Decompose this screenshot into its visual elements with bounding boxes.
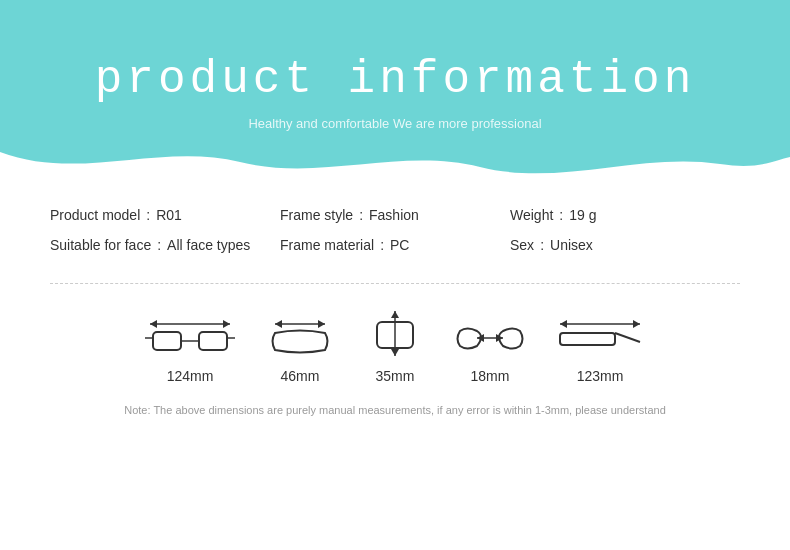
dim-icon-lens-width (265, 308, 335, 358)
dim-label-temple: 123mm (577, 368, 624, 384)
dimensions-section: 124mm 46mm 35mm (0, 298, 790, 394)
wave-decoration (0, 142, 790, 185)
svg-marker-2 (223, 320, 230, 328)
dim-icon-bridge (455, 308, 525, 358)
dim-bridge: 18mm (455, 308, 525, 384)
svg-rect-3 (153, 332, 181, 350)
dim-icon-temple (555, 308, 645, 358)
dim-icon-total-width (145, 308, 235, 358)
svg-marker-20 (633, 320, 640, 328)
spec-frame-style: Frame style : Fashion (280, 207, 510, 223)
dim-label-total-width: 124mm (167, 368, 214, 384)
svg-line-22 (615, 333, 640, 342)
specs-row-1: Product model : R01 Frame style : Fashio… (50, 207, 740, 223)
spec-label-product-model: Product model (50, 207, 140, 223)
svg-marker-10 (318, 320, 325, 328)
spec-label-weight: Weight (510, 207, 553, 223)
dim-label-lens-width: 46mm (281, 368, 320, 384)
spec-value-sex: Unisex (550, 237, 593, 253)
spec-product-model: Product model : R01 (50, 207, 280, 223)
header-subtitle: Healthy and comfortable We are more prof… (248, 116, 541, 131)
spec-label-frame-style: Frame style (280, 207, 353, 223)
specs-section: Product model : R01 Frame style : Fashio… (0, 185, 790, 277)
spec-value-product-model: R01 (156, 207, 182, 223)
dim-label-lens-height: 35mm (376, 368, 415, 384)
spec-value-frame-style: Fashion (369, 207, 419, 223)
svg-marker-9 (275, 320, 282, 328)
page-title: product information (95, 54, 696, 106)
dim-temple: 123mm (555, 308, 645, 384)
spec-weight: Weight : 19 g (510, 207, 740, 223)
spec-label-sex: Sex (510, 237, 534, 253)
section-divider (50, 283, 740, 284)
svg-marker-12 (391, 311, 399, 318)
svg-rect-4 (199, 332, 227, 350)
svg-marker-13 (391, 349, 399, 356)
spec-frame-material: Frame material : PC (280, 237, 510, 253)
spec-value-weight: 19 g (569, 207, 596, 223)
header-section: product information Healthy and comforta… (0, 0, 790, 185)
specs-row-2: Suitable for face : All face types Frame… (50, 237, 740, 253)
spec-value-face-type: All face types (167, 237, 250, 253)
dim-label-bridge: 18mm (471, 368, 510, 384)
dim-lens-height: 35mm (365, 308, 425, 384)
spec-face-type: Suitable for face : All face types (50, 237, 280, 253)
dim-icon-lens-height (365, 308, 425, 358)
svg-marker-19 (560, 320, 567, 328)
spec-label-frame-material: Frame material (280, 237, 374, 253)
svg-rect-21 (560, 333, 615, 345)
spec-value-frame-material: PC (390, 237, 409, 253)
dim-total-width: 124mm (145, 308, 235, 384)
spec-sex: Sex : Unisex (510, 237, 740, 253)
svg-marker-1 (150, 320, 157, 328)
spec-label-face-type: Suitable for face (50, 237, 151, 253)
dim-lens-width: 46mm (265, 308, 335, 384)
note-text: Note: The above dimensions are purely ma… (0, 394, 790, 416)
